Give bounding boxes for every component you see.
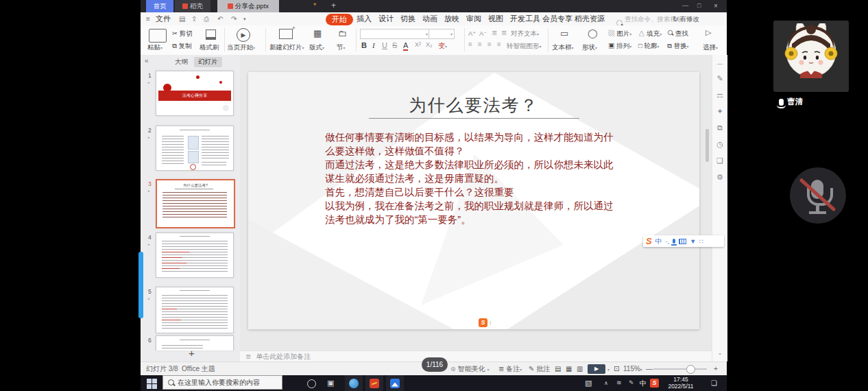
subscript-button[interactable]: X₂ (426, 41, 433, 48)
print-icon[interactable]: ⎙ (204, 12, 209, 25)
new-slide-button[interactable]: 新建幻灯片▾ (269, 43, 304, 52)
undo-icon[interactable]: ↶ (217, 12, 223, 25)
export-icon[interactable]: ⇪ (191, 12, 197, 25)
picture-button[interactable]: ▧ 图片▾ (608, 29, 631, 38)
sogou-tray-icon[interactable]: S (650, 379, 659, 388)
drag-dots-icon[interactable]: ⁝ (490, 320, 492, 326)
justify-icon[interactable]: ≡ (497, 40, 501, 48)
zoom-in-button[interactable]: + (714, 362, 718, 376)
redo-icon[interactable]: ↷ (231, 12, 237, 25)
editor-canvas[interactable]: 为什么要法考？ 做任何事情要有清晰的目标感，以结果为导向，这样才能知道为什么要这… (240, 55, 712, 351)
collapse-panel-button[interactable]: « (145, 57, 149, 64)
select-button[interactable]: 选择▾ (703, 43, 718, 52)
slide-thumbnail-1[interactable]: 法考心得分享 (156, 71, 234, 116)
fit-slide-icon[interactable]: ⊡ (614, 362, 619, 376)
menu-tab-start[interactable]: 开始 (326, 14, 353, 25)
slide-thumbnail-5[interactable] (156, 287, 234, 333)
superscript-button[interactable]: X² (415, 41, 421, 48)
shape-button[interactable]: 形状▾ (582, 43, 597, 52)
tray-expand-chevron[interactable]: ∧ (604, 375, 608, 391)
align-left-icon[interactable]: ≡ (468, 40, 472, 48)
reading-view-icon[interactable]: ▥ (577, 362, 583, 376)
notification-center-icon[interactable]: ❏ (711, 375, 717, 391)
slide-body-text[interactable]: 做任何事情要有清晰的目标感，以结果为导向，这样才能知道为什么要这样做，这样做值不… (325, 130, 623, 226)
slide-thumbnail-3-selected[interactable]: 为什么要法考? (156, 179, 235, 228)
slide-thumbnail-6[interactable] (156, 335, 234, 351)
bold-button[interactable]: B (361, 41, 367, 49)
paste-icon[interactable] (149, 29, 167, 43)
beautify-button[interactable]: ⊙ 智能美化 ▾ (450, 362, 490, 377)
textbox-button[interactable]: 文本框▾ (552, 43, 574, 52)
tab-home[interactable]: 首页 (146, 0, 173, 12)
play-from-current-button[interactable]: 当页开始▾ (227, 43, 255, 52)
menu-tab-animation[interactable]: 动画 (422, 12, 437, 25)
ime-chinese-mode-icon[interactable]: 中 (655, 237, 662, 246)
effects-star-icon[interactable]: ✦ (712, 107, 727, 116)
soft-keyboard-icon[interactable] (679, 239, 686, 244)
sogou-mini-icon[interactable]: S (479, 318, 487, 327)
network-icon[interactable]: ≋ (616, 375, 622, 391)
taskbar-search-input[interactable]: 在这里输入你要搜索的内容 (162, 375, 282, 390)
section-button[interactable]: 节▾ (337, 43, 346, 52)
taskbar-app-1[interactable] (345, 375, 363, 391)
screen-share-icon[interactable]: ⧉ (712, 123, 727, 132)
menu-tab-design[interactable]: 设计 (378, 12, 394, 25)
sogou-mini-status[interactable]: S ⁝ (479, 318, 492, 327)
format-painter-button[interactable]: 格式刷 (200, 43, 219, 52)
theme-status[interactable]: Office 主题 (182, 362, 215, 376)
punctuation-icon[interactable]: ·, (666, 238, 670, 245)
comment-button[interactable]: ✎ 批注 (529, 362, 550, 376)
start-button[interactable] (147, 379, 157, 389)
text-effect-button[interactable]: 变▾ (438, 41, 447, 51)
tab-document[interactable]: 分享会.pptx (217, 0, 279, 12)
copy-button[interactable]: ⧉ 复制 (172, 42, 191, 51)
slideshow-play-button[interactable]: ▶ (588, 364, 605, 374)
new-tab-button[interactable]: + (331, 1, 336, 10)
decrease-font-icon[interactable]: A⁻ (479, 29, 487, 37)
normal-view-icon[interactable]: ▤ (555, 362, 561, 376)
more-chevron-icon[interactable]: ▾ (243, 12, 246, 25)
outline-button[interactable]: □ 轮廓▾ (638, 42, 659, 51)
slide-sorter-icon[interactable]: ▦ (566, 362, 572, 376)
select-icon[interactable]: ▷ (706, 28, 711, 37)
italic-button[interactable]: I (372, 41, 375, 49)
play-options-chevron[interactable]: ▾ (607, 367, 610, 372)
zoom-slider-thumb[interactable] (686, 365, 695, 374)
align-text-button[interactable]: 对齐文本▾ (511, 29, 539, 38)
smart-graphic-button[interactable]: 转智能图形▾ (507, 42, 542, 51)
meeting-panel-scroll-indicator[interactable] (138, 252, 143, 318)
pen-icon[interactable]: ✎ (629, 375, 634, 391)
font-name-select[interactable]: ▾ (360, 29, 430, 39)
toolbox-grid-icon[interactable]: ∷ (699, 238, 703, 245)
ime-mode-indicator[interactable]: 中 (640, 375, 647, 391)
outline-tab[interactable]: 大纲 (171, 57, 192, 67)
properties-icon[interactable]: ⚎ (712, 91, 727, 99)
voice-input-icon[interactable] (673, 239, 675, 244)
slide-thumbnail-2[interactable] (156, 126, 234, 171)
zoom-level[interactable]: 115%▾ (623, 362, 642, 377)
menu-tab-review[interactable]: 审阅 (466, 12, 481, 25)
find-button[interactable]: 查找 (667, 29, 688, 38)
modified-status[interactable]: ↻ 有修改 (673, 12, 699, 25)
tab-docer[interactable]: 稻壳 (175, 0, 210, 12)
save-icon[interactable]: ▤ (179, 12, 185, 25)
fill-button[interactable]: △ 填充▾ (638, 29, 662, 38)
skin-icon[interactable]: ▼ (690, 238, 696, 245)
helper-chat-icon[interactable]: ❏ (712, 156, 727, 165)
play-from-current-icon[interactable]: ▶ (237, 28, 250, 42)
zoom-slider-track[interactable] (653, 368, 707, 370)
close-button[interactable]: × (714, 2, 718, 10)
textbox-icon[interactable]: ▭ (560, 28, 568, 38)
slide-thumbnail-4[interactable] (156, 233, 234, 278)
taskbar-app-2[interactable] (365, 375, 383, 391)
slides-tab[interactable]: 幻灯片 (194, 57, 222, 67)
new-slide-icon[interactable]: + (279, 29, 293, 39)
layout-icon[interactable]: ▦ (313, 28, 322, 38)
stamp-icon[interactable]: ✎ (712, 74, 727, 83)
sogou-logo-icon[interactable]: S (646, 236, 652, 246)
section-icon[interactable]: 🗀 (338, 28, 347, 38)
align-center-icon[interactable]: ≡ (478, 40, 482, 48)
format-painter-icon[interactable] (206, 29, 216, 40)
notes-toggle-button[interactable]: ≣ 备注▾ (498, 362, 522, 377)
menu-tab-member[interactable]: 会员专享 (542, 12, 572, 25)
